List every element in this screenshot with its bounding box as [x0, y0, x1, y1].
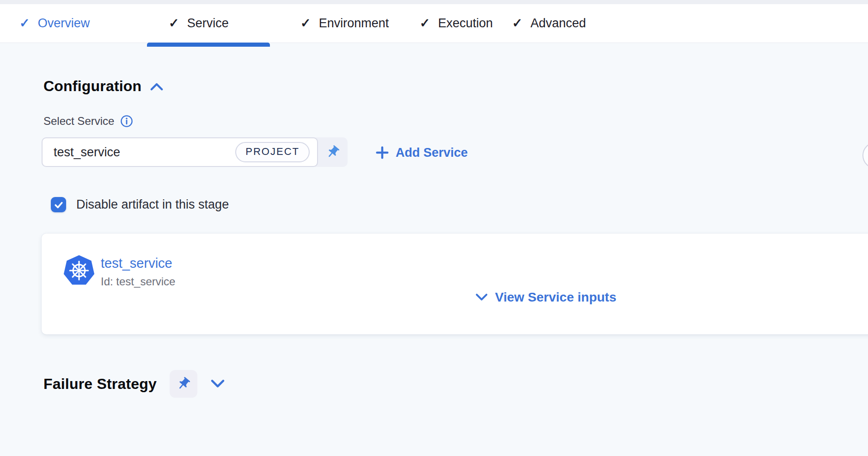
disable-artifact-row: Disable artifact in this stage	[51, 197, 229, 212]
top-strip	[0, 0, 868, 4]
service-select-group: test_service PROJECT	[42, 137, 348, 167]
pushpin-icon	[325, 145, 340, 160]
tab-advanced[interactable]: ✓ Advanced	[512, 4, 586, 43]
check-icon: ✓	[19, 17, 30, 30]
kubernetes-icon	[63, 255, 95, 286]
select-service-row: Select Service	[43, 115, 133, 128]
tab-overview[interactable]: ✓ Overview	[19, 4, 90, 43]
info-icon[interactable]	[120, 115, 133, 128]
chevron-down-icon[interactable]	[210, 379, 225, 389]
stage-tabbar: ✓ Overview ✓ Service ✓ Environment ✓ Exe…	[0, 4, 868, 43]
chevron-up-icon[interactable]	[150, 82, 164, 91]
tab-environment-label: Environment	[319, 16, 389, 31]
tab-execution-label: Execution	[438, 16, 493, 31]
check-icon: ✓	[512, 17, 523, 30]
service-id-text: Id: test_service	[101, 275, 175, 288]
view-service-inputs-button[interactable]: View Service inputs	[475, 290, 617, 305]
check-icon	[54, 200, 64, 210]
disable-artifact-checkbox[interactable]	[51, 197, 66, 212]
active-tab-indicator	[147, 43, 270, 47]
configuration-section-header: Configuration	[43, 78, 164, 95]
tab-service[interactable]: ✓ Service	[169, 4, 229, 43]
pushpin-icon	[176, 376, 191, 391]
tab-advanced-label: Advanced	[531, 16, 586, 31]
service-input-value: test_service	[54, 145, 120, 160]
add-service-label: Add Service	[396, 146, 468, 160]
tab-environment[interactable]: ✓ Environment	[300, 4, 389, 43]
check-icon: ✓	[420, 17, 430, 30]
tab-overview-label: Overview	[38, 16, 90, 31]
check-icon: ✓	[169, 17, 179, 30]
pin-service-button[interactable]	[318, 137, 348, 167]
view-service-inputs-label: View Service inputs	[495, 290, 617, 305]
failure-strategy-header: Failure Strategy	[43, 370, 225, 398]
configuration-title: Configuration	[43, 78, 141, 95]
add-service-button[interactable]: Add Service	[375, 142, 468, 163]
edge-floating-button[interactable]	[862, 142, 868, 169]
service-card: test_service Id: test_service View Servi…	[42, 234, 868, 334]
tab-execution[interactable]: ✓ Execution	[420, 4, 493, 43]
scope-badge: PROJECT	[235, 142, 310, 162]
plus-icon	[375, 146, 389, 160]
disable-artifact-label: Disable artifact in this stage	[76, 197, 229, 212]
service-name-link[interactable]: test_service	[101, 256, 172, 271]
pin-failure-strategy-button[interactable]	[170, 370, 197, 398]
service-select-input[interactable]: test_service PROJECT	[42, 137, 318, 167]
chevron-down-icon	[475, 293, 488, 302]
failure-strategy-title: Failure Strategy	[43, 376, 157, 393]
select-service-label: Select Service	[43, 115, 114, 128]
check-icon: ✓	[300, 17, 311, 30]
tab-service-label: Service	[187, 16, 229, 31]
